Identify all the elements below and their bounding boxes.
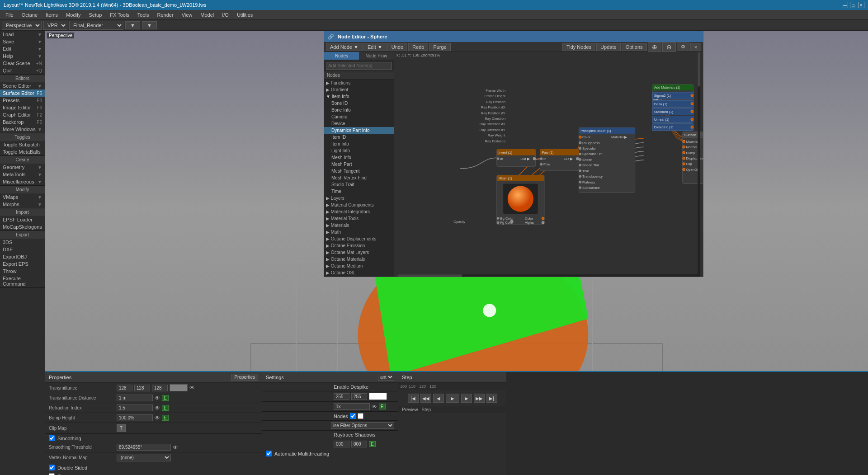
opaque-checkbox[interactable] xyxy=(49,473,55,475)
menu-io[interactable]: I/O xyxy=(218,11,232,19)
ne-zoom-fit[interactable]: ⊕ xyxy=(648,42,661,52)
side-nodes-checkbox[interactable] xyxy=(350,413,356,419)
prop-refraction-input[interactable] xyxy=(117,404,153,411)
smoothing-threshold-eye[interactable]: 👁 xyxy=(173,444,178,451)
left-surface-editor[interactable]: Surface EditorF5 xyxy=(0,89,45,97)
side-filter-select[interactable]: ise Filter Options xyxy=(331,422,394,429)
vpr-select[interactable]: VPR xyxy=(43,21,67,30)
nl-time[interactable]: Time xyxy=(324,188,394,195)
pb-play[interactable]: ▶ xyxy=(446,394,459,403)
nl-octane-materials[interactable]: ▶ Octane Materials xyxy=(324,256,394,263)
menu-render[interactable]: Render xyxy=(154,11,177,19)
nl-bone-id[interactable]: Bone ID xyxy=(324,100,394,107)
bump-height-e[interactable]: E xyxy=(162,415,169,421)
refraction-e[interactable]: E xyxy=(162,405,169,411)
nl-octane-projections[interactable]: ▶ Octane Projections xyxy=(324,276,394,277)
menu-setup[interactable]: Setup xyxy=(85,11,106,19)
left-image-editor[interactable]: Image EditorF6 xyxy=(0,104,45,111)
ne-undo[interactable]: Undo xyxy=(387,43,407,51)
menu-modify[interactable]: Modify xyxy=(62,11,84,19)
transmittance-eye[interactable]: 👁 xyxy=(189,385,195,391)
minimize-btn[interactable]: — xyxy=(842,2,848,8)
prop-bump-height-input[interactable] xyxy=(117,414,153,421)
left-vmaps[interactable]: VMaps▼ xyxy=(0,193,45,201)
nl-math[interactable]: ▶ Math xyxy=(324,229,394,235)
left-execute-command[interactable]: Execute Command xyxy=(0,275,45,287)
pb-next-key[interactable]: ▶▶ xyxy=(474,394,485,403)
nl-mesh-tangent[interactable]: Mesh Tangent xyxy=(324,168,394,174)
side-color-g[interactable] xyxy=(351,393,367,400)
left-edit[interactable]: Edit▼ xyxy=(0,45,45,52)
nl-octane-medium[interactable]: ▶ Octane Medium xyxy=(324,263,394,269)
bump-height-eye[interactable]: 👁 xyxy=(155,415,160,421)
left-save[interactable]: Save▼ xyxy=(0,38,45,45)
side-000-r[interactable] xyxy=(334,441,349,447)
left-clear-scene[interactable]: Clear Scene+N xyxy=(0,60,45,67)
auto-multithread-checkbox[interactable] xyxy=(266,451,272,456)
prop-transmittance-b[interactable] xyxy=(152,385,168,391)
ne-options[interactable]: Options xyxy=(622,43,647,51)
ne-redo[interactable]: Redo xyxy=(408,43,428,51)
transmittance-swatch[interactable] xyxy=(170,384,188,391)
left-toggle-subpatch[interactable]: Toggle Subpatch xyxy=(0,141,45,148)
nl-light-info[interactable]: Light Info xyxy=(324,147,394,154)
side-panel-select[interactable]: ant xyxy=(378,374,394,381)
ne-add-node[interactable]: Add Node ▼ xyxy=(326,43,363,51)
prop-transmittance-r[interactable] xyxy=(117,385,132,391)
side-000-g[interactable] xyxy=(351,441,367,447)
nl-item-info[interactable]: ▼ Item Info xyxy=(324,93,394,100)
render-select[interactable]: Final_Render xyxy=(69,21,123,30)
nl-item-id[interactable]: Item ID xyxy=(324,134,394,141)
pb-prev-key[interactable]: ◀◀ xyxy=(420,394,431,403)
nl-item-info[interactable]: Item Info xyxy=(324,141,394,147)
left-more-windows[interactable]: More Windows▼ xyxy=(0,126,45,133)
side-ix-e[interactable]: E xyxy=(379,404,386,409)
menu-fxtools[interactable]: FX Tools xyxy=(106,11,133,19)
menu-view[interactable]: View xyxy=(178,11,196,19)
maximize-btn[interactable]: □ xyxy=(850,2,856,8)
nl-octane-emission[interactable]: ▶ Octane Emission xyxy=(324,242,394,249)
title-bar-controls[interactable]: — □ × xyxy=(842,2,864,8)
ne-settings[interactable]: ⚙ xyxy=(677,42,689,51)
left-quit[interactable]: Quit+Q xyxy=(0,67,45,74)
close-btn[interactable]: × xyxy=(858,2,864,8)
prop-clip-map-value[interactable]: T xyxy=(117,424,126,432)
nl-mesh-part[interactable]: Mesh Part xyxy=(324,161,394,168)
ne-purge[interactable]: Purge xyxy=(429,43,450,51)
left-throw[interactable]: Throw xyxy=(0,268,45,275)
menu-model[interactable]: Model xyxy=(197,11,217,19)
side-nodes-checkbox2[interactable] xyxy=(358,413,363,419)
left-backdrop[interactable]: BackdropF5 xyxy=(0,118,45,126)
ne-edit[interactable]: Edit ▼ xyxy=(363,43,387,51)
nl-material-tools[interactable]: ▶ Material Tools xyxy=(324,215,394,222)
prop-vertex-normal-select[interactable]: (none) xyxy=(117,454,171,461)
nl-functions[interactable]: ▶ Functions xyxy=(324,80,394,86)
ne-zoom-out[interactable]: ⊖ xyxy=(662,42,676,52)
left-metatools[interactable]: MetaTools▼ xyxy=(0,171,45,178)
nl-octane-mat-layers[interactable]: ▶ Octane Mat Layers xyxy=(324,249,394,256)
nl-material-components[interactable]: ▶ Material Components xyxy=(324,202,394,208)
nl-octane-displacements[interactable]: ▶ Octane Displacements xyxy=(324,235,394,242)
nl-gradient[interactable]: ▶ Gradient xyxy=(324,86,394,93)
prop-smoothing-threshold-input[interactable] xyxy=(117,444,171,451)
left-dxf[interactable]: DXF xyxy=(0,246,45,253)
refraction-eye[interactable]: 👁 xyxy=(155,405,160,411)
left-graph-editor[interactable]: Graph EditorF2 xyxy=(0,111,45,118)
menu-items[interactable]: Items xyxy=(42,11,61,19)
left-presets[interactable]: PresetsF8 xyxy=(0,97,45,104)
left-toggle-metaballs[interactable]: Toggle MetaBalls xyxy=(0,148,45,155)
left-epsf[interactable]: EPSF Loader xyxy=(0,216,45,223)
nl-materials[interactable]: ▶ Materials xyxy=(324,222,394,229)
pb-end[interactable]: ▶| xyxy=(486,394,497,403)
side-color-swatch[interactable] xyxy=(369,393,387,400)
left-mocap[interactable]: MoCapSkelogons xyxy=(0,223,45,230)
nl-camera[interactable]: Camera xyxy=(324,113,394,120)
menu-file[interactable]: File xyxy=(2,11,17,19)
properties-btn[interactable]: Properties xyxy=(231,374,258,381)
tab-node-flow[interactable]: Node Flow xyxy=(359,52,394,60)
tab-nodes[interactable]: Nodes xyxy=(324,52,359,60)
nl-octane-osl[interactable]: ▶ Octane OSL xyxy=(324,269,394,276)
side-ix-input[interactable] xyxy=(334,403,370,410)
left-scene-editor[interactable]: Scene Editor▼ xyxy=(0,82,45,89)
nl-device[interactable]: Device xyxy=(324,120,394,127)
